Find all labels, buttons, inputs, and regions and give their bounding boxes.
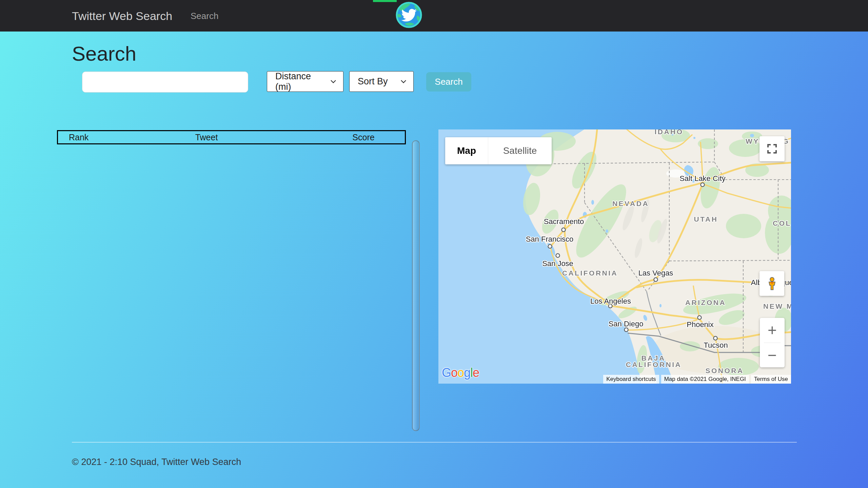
satellite-view-button[interactable]: Satellite bbox=[488, 137, 552, 164]
map-state-label: CALIFORNIA bbox=[562, 269, 618, 277]
map-state-label: NEVADA bbox=[612, 200, 649, 207]
map-city-label: San Francisco bbox=[526, 235, 574, 243]
chevron-down-icon bbox=[395, 80, 407, 83]
twitter-globe-logo-icon bbox=[395, 1, 422, 28]
map-city-label: Salt Lake City bbox=[679, 174, 726, 183]
google-logo-letter: o bbox=[451, 366, 457, 380]
google-map[interactable]: IDAHOWYOMINGNEVADAUTAHCOLORADOCALIFORNIA… bbox=[438, 129, 791, 384]
distance-select[interactable]: Distance (mi) bbox=[267, 71, 343, 92]
results-scrollbar[interactable] bbox=[412, 140, 420, 431]
map-city-label: San Diego bbox=[609, 320, 644, 328]
map-state-label: CALIFORNIA bbox=[626, 361, 682, 368]
map-state-label: UTAH bbox=[694, 215, 718, 223]
map-state-label: COLORADO bbox=[773, 219, 791, 227]
google-logo-letter: G bbox=[442, 366, 451, 380]
navbar: Twitter Web Search Search bbox=[0, 0, 868, 32]
navbar-brand[interactable]: Twitter Web Search bbox=[72, 9, 172, 22]
zoom-in-button[interactable]: + bbox=[760, 318, 785, 343]
pegman-button[interactable] bbox=[760, 271, 784, 296]
map-data-attribution: Map data ©2021 Google, INEGI bbox=[661, 375, 749, 384]
footer-divider bbox=[72, 442, 797, 443]
results-table-header: Rank Tweet Score bbox=[57, 130, 406, 144]
keyboard-shortcuts-button[interactable]: Keyboard shortcuts bbox=[603, 375, 659, 384]
column-header-rank: Rank bbox=[69, 133, 88, 142]
sort-by-select[interactable]: Sort By bbox=[349, 71, 414, 92]
map-state-label: IDAHO bbox=[654, 129, 683, 136]
map-city-marker bbox=[698, 316, 702, 320]
page: Twitter Web Search Search Search bbox=[0, 0, 868, 488]
map-city-marker bbox=[714, 337, 717, 340]
map-city-marker bbox=[625, 328, 628, 332]
page-title: Search bbox=[72, 42, 136, 65]
map-city-label: San Jose bbox=[542, 259, 573, 268]
column-header-score: Score bbox=[352, 133, 374, 142]
google-logo[interactable]: Google bbox=[442, 366, 479, 380]
map-city-label: Los Angeles bbox=[590, 297, 631, 305]
google-logo-letter: o bbox=[457, 366, 464, 380]
map-canvas[interactable]: IDAHOWYOMINGNEVADAUTAHCOLORADOCALIFORNIA… bbox=[438, 129, 791, 384]
sort-by-select-value: Sort By bbox=[358, 76, 388, 87]
google-logo-letter: g bbox=[464, 366, 470, 380]
map-city-marker bbox=[701, 183, 705, 187]
distance-select-value: Distance (mi) bbox=[275, 71, 325, 92]
footer-copyright: © 2021 - 2:10 Squad, Twitter Web Search bbox=[72, 457, 241, 467]
search-input[interactable] bbox=[82, 72, 248, 93]
search-button[interactable]: Search bbox=[426, 72, 471, 92]
map-city-label: Phoenix bbox=[687, 320, 714, 329]
column-header-tweet: Tweet bbox=[195, 133, 218, 142]
terms-of-use-link[interactable]: Terms of Use bbox=[751, 375, 791, 384]
map-state-label: ARIZONA bbox=[685, 299, 726, 306]
map-city-marker bbox=[562, 228, 566, 232]
map-type-control: Map Satellite bbox=[445, 137, 552, 164]
map-state-label: SONORA bbox=[705, 367, 744, 374]
map-city-marker bbox=[556, 254, 560, 258]
pegman-icon bbox=[766, 277, 778, 290]
map-city-label: Tucson bbox=[704, 341, 728, 349]
google-logo-letter: e bbox=[473, 366, 479, 380]
map-city-label: Sacramento bbox=[544, 217, 584, 226]
map-city-label: Las Vegas bbox=[638, 269, 673, 277]
map-view-button[interactable]: Map bbox=[445, 137, 488, 164]
chevron-down-icon bbox=[325, 80, 336, 83]
fullscreen-button[interactable] bbox=[760, 136, 785, 161]
navbar-link-search[interactable]: Search bbox=[191, 11, 218, 21]
map-attribution: Keyboard shortcuts Map data ©2021 Google… bbox=[601, 375, 791, 384]
map-city-marker bbox=[654, 278, 658, 282]
map-city-marker bbox=[548, 245, 552, 248]
fullscreen-icon bbox=[767, 144, 777, 154]
zoom-control: + − bbox=[760, 318, 785, 367]
green-progress-strip bbox=[373, 0, 397, 2]
zoom-out-button[interactable]: − bbox=[760, 343, 785, 368]
map-state-label: NEW MEXICO bbox=[763, 302, 791, 310]
